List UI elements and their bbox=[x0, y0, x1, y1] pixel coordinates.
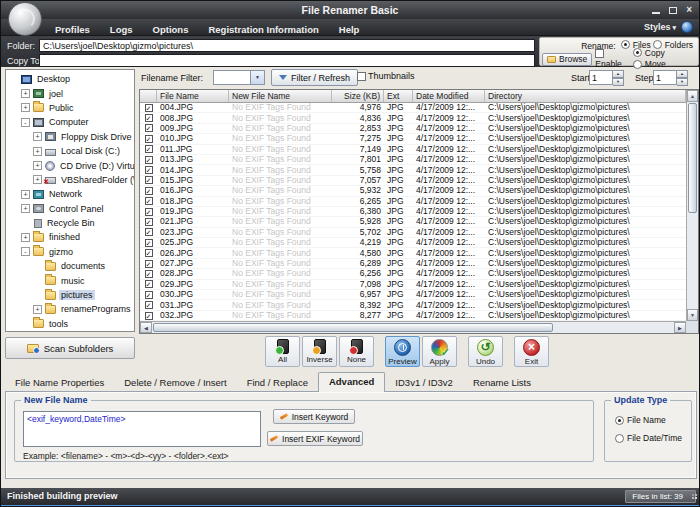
update-file-name-radio[interactable]: File Name bbox=[615, 415, 682, 425]
insert-exif-keyword-button[interactable]: Insert EXIF Keyword bbox=[267, 431, 363, 446]
row-checkbox-icon[interactable]: ✓ bbox=[145, 249, 153, 257]
horizontal-scroll-thumb[interactable] bbox=[153, 323, 553, 332]
new-file-name-input[interactable]: <exif_keyword,DateTime> bbox=[23, 411, 261, 447]
none-button[interactable]: None bbox=[339, 336, 374, 367]
row-checkbox-icon[interactable]: ✓ bbox=[145, 197, 153, 205]
tree-item-cd-drive-d-virtualbox-guest[interactable]: +CD Drive (D:) VirtualBox Guest bbox=[6, 158, 134, 172]
table-row[interactable]: ✓019.JPGNo EXIF Tags Found6,380JPG4/17/2… bbox=[140, 207, 686, 217]
spinner-up-icon[interactable]: ▲ bbox=[677, 70, 688, 78]
column-header-size-kb[interactable]: Size (KB) bbox=[332, 90, 384, 102]
table-row[interactable]: ✓028.JPGNo EXIF Tags Found6,256JPG4/17/2… bbox=[140, 269, 686, 279]
tree-item-local-disk-c[interactable]: +Local Disk (C:) bbox=[6, 144, 134, 158]
tree-item-gizmo[interactable]: -gizmo bbox=[6, 245, 134, 259]
table-row[interactable]: ✓014.JPGNo EXIF Tags Found5,758JPG4/17/2… bbox=[140, 165, 686, 175]
column-header-date-modified[interactable]: Date Modified bbox=[413, 90, 485, 102]
collapse-minus-icon[interactable]: - bbox=[21, 247, 30, 256]
styles-menu[interactable]: Styles bbox=[644, 22, 676, 32]
tab-advanced[interactable]: Advanced bbox=[318, 372, 385, 392]
tree-item-music[interactable]: music bbox=[6, 273, 134, 287]
tree-item-tools[interactable]: tools bbox=[6, 317, 134, 331]
row-checkbox-icon[interactable]: ✓ bbox=[145, 187, 153, 195]
expand-plus-icon[interactable]: + bbox=[33, 147, 42, 156]
help-globe-icon[interactable] bbox=[681, 21, 693, 33]
maximize-icon[interactable] bbox=[669, 7, 677, 14]
table-row[interactable]: ✓026.JPGNo EXIF Tags Found4,580JPG4/17/2… bbox=[140, 248, 686, 258]
browse-button[interactable]: Browse bbox=[542, 53, 592, 66]
row-checkbox-icon[interactable]: ✓ bbox=[145, 124, 153, 132]
row-checkbox-icon[interactable]: ✓ bbox=[145, 114, 153, 122]
step-input[interactable] bbox=[653, 70, 677, 85]
scroll-right-icon[interactable]: ▶ bbox=[674, 322, 686, 333]
row-checkbox-icon[interactable]: ✓ bbox=[145, 228, 153, 236]
tab-id3v1-id3v2[interactable]: ID3v1 / ID3v2 bbox=[385, 374, 463, 391]
column-header-new-file-name[interactable]: New File Name bbox=[229, 90, 332, 102]
tree-item-control-panel[interactable]: +Control Panel bbox=[6, 202, 134, 216]
spinner-down-icon[interactable]: ▼ bbox=[613, 78, 624, 86]
start-stepper[interactable]: ▲▼ bbox=[589, 70, 624, 85]
table-row[interactable]: ✓030.JPGNo EXIF Tags Found6,957JPG4/17/2… bbox=[140, 290, 686, 300]
table-row[interactable]: ✓016.JPGNo EXIF Tags Found5,932JPG4/17/2… bbox=[140, 186, 686, 196]
scan-subfolders-button[interactable]: Scan Subfolders bbox=[5, 337, 135, 359]
tab-file-name-properties[interactable]: File Name Properties bbox=[5, 374, 114, 391]
tree-item-floppy-disk-drive-a[interactable]: +Floppy Disk Drive (A:) bbox=[6, 130, 134, 144]
table-row[interactable]: ✓023.JPGNo EXIF Tags Found5,702JPG4/17/2… bbox=[140, 228, 686, 238]
inverse-button[interactable]: Inverse bbox=[302, 336, 337, 367]
scroll-down-icon[interactable]: ▼ bbox=[687, 309, 698, 321]
table-row[interactable]: ✓018.JPGNo EXIF Tags Found6,265JPG4/17/2… bbox=[140, 197, 686, 207]
row-checkbox-icon[interactable]: ✓ bbox=[145, 291, 153, 299]
menu-item-registration-information[interactable]: Registration Information bbox=[198, 22, 328, 35]
apply-button[interactable]: Apply bbox=[422, 336, 457, 367]
tree-item-public[interactable]: +Public bbox=[6, 101, 134, 115]
row-checkbox-icon[interactable]: ✓ bbox=[145, 156, 153, 164]
expand-plus-icon[interactable]: + bbox=[33, 305, 42, 314]
scroll-left-icon[interactable]: ◀ bbox=[140, 322, 152, 333]
expand-plus-icon[interactable]: + bbox=[21, 204, 30, 213]
row-checkbox-icon[interactable]: ✓ bbox=[145, 135, 153, 143]
all-button[interactable]: All bbox=[265, 336, 300, 367]
table-row[interactable]: ✓009.JPGNo EXIF Tags Found2,853JPG4/17/2… bbox=[140, 124, 686, 134]
filter-refresh-button[interactable]: Filter / Refresh bbox=[271, 69, 358, 86]
column-header-check[interactable] bbox=[140, 90, 157, 102]
tree-item-network[interactable]: +Network bbox=[6, 187, 134, 201]
table-row[interactable]: ✓008.JPGNo EXIF Tags Found4,836JPG4/17/2… bbox=[140, 113, 686, 123]
enable-checkbox[interactable]: Enable bbox=[595, 49, 629, 69]
column-header-directory[interactable]: Directory bbox=[485, 90, 686, 102]
expand-plus-icon[interactable]: + bbox=[33, 175, 42, 184]
table-row[interactable]: ✓031.JPGNo EXIF Tags Found8,392JPG4/17/2… bbox=[140, 300, 686, 310]
expand-plus-icon[interactable]: + bbox=[21, 103, 30, 112]
row-checkbox-icon[interactable]: ✓ bbox=[145, 239, 153, 247]
vertical-scroll-thumb[interactable] bbox=[688, 103, 697, 213]
tab-find-replace[interactable]: Find / Replace bbox=[237, 374, 318, 391]
step-stepper[interactable]: ▲▼ bbox=[653, 70, 688, 85]
spinner-down-icon[interactable]: ▼ bbox=[677, 78, 688, 86]
tree-item-documents[interactable]: documents bbox=[6, 259, 134, 273]
row-checkbox-icon[interactable]: ✓ bbox=[145, 312, 153, 320]
collapse-minus-icon[interactable]: - bbox=[21, 118, 30, 127]
scroll-up-icon[interactable]: ▲ bbox=[687, 90, 698, 102]
horizontal-scrollbar[interactable]: ◀ ▶ bbox=[140, 321, 686, 333]
filename-filter-dropdown[interactable]: ▼ bbox=[213, 70, 265, 85]
vertical-scrollbar[interactable]: ▲ ▼ bbox=[686, 90, 698, 321]
column-header-file-name[interactable]: File Name bbox=[157, 90, 229, 102]
mode-move-radio[interactable]: Move bbox=[633, 59, 666, 69]
table-row[interactable]: ✓013.JPGNo EXIF Tags Found7,801JPG4/17/2… bbox=[140, 155, 686, 165]
tree-item-recycle-bin[interactable]: Recycle Bin bbox=[6, 216, 134, 230]
row-checkbox-icon[interactable]: ✓ bbox=[145, 280, 153, 288]
tree-item-pictures[interactable]: pictures bbox=[6, 288, 134, 302]
tab-rename-lists[interactable]: Rename Lists bbox=[463, 374, 541, 391]
menu-item-help[interactable]: Help bbox=[329, 22, 370, 35]
expand-plus-icon[interactable]: + bbox=[21, 190, 30, 199]
minimize-icon[interactable] bbox=[652, 12, 660, 14]
undo-button[interactable]: Undo bbox=[468, 336, 503, 367]
expand-plus-icon[interactable]: + bbox=[21, 89, 30, 98]
spinner-up-icon[interactable]: ▲ bbox=[613, 70, 624, 78]
table-row[interactable]: ✓010.JPGNo EXIF Tags Found7,275JPG4/17/2… bbox=[140, 134, 686, 144]
copy-to-input[interactable] bbox=[39, 54, 535, 67]
start-input[interactable] bbox=[589, 70, 613, 85]
tree-item-joel[interactable]: +joel bbox=[6, 86, 134, 100]
menu-item-profiles[interactable]: Profiles bbox=[45, 22, 100, 35]
preview-button[interactable]: Preview bbox=[385, 336, 420, 367]
thumbnails-checkbox[interactable]: Thumbnails bbox=[357, 71, 415, 81]
column-header-ext[interactable]: Ext bbox=[384, 90, 413, 102]
table-row[interactable]: ✓015.JPGNo EXIF Tags Found7,057JPG4/17/2… bbox=[140, 176, 686, 186]
